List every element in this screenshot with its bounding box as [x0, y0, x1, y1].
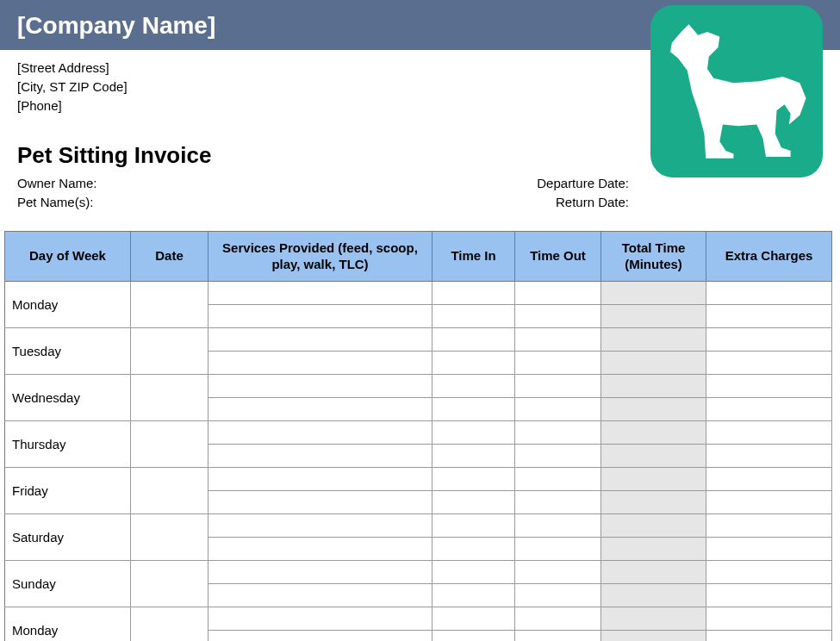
extra-charges-cell[interactable]: [706, 421, 832, 445]
extra-charges-cell[interactable]: [706, 398, 832, 421]
day-cell[interactable]: Tuesday: [5, 328, 131, 375]
total-time-cell[interactable]: [601, 584, 706, 607]
dog-icon: [659, 18, 814, 165]
extra-charges-cell[interactable]: [706, 631, 832, 641]
total-time-cell[interactable]: [601, 468, 706, 491]
extra-charges-cell[interactable]: [706, 468, 832, 491]
time-in-cell[interactable]: [432, 584, 515, 607]
time-in-cell[interactable]: [432, 398, 515, 421]
time-out-cell[interactable]: [515, 607, 601, 631]
time-in-cell[interactable]: [432, 421, 515, 445]
time-out-cell[interactable]: [515, 421, 601, 445]
extra-charges-cell[interactable]: [706, 561, 832, 584]
extra-charges-cell[interactable]: [706, 328, 832, 352]
services-cell[interactable]: [208, 607, 432, 631]
services-cell[interactable]: [208, 328, 432, 352]
time-in-cell[interactable]: [432, 538, 515, 561]
date-cell[interactable]: [131, 282, 208, 328]
services-cell[interactable]: [208, 282, 432, 305]
services-cell[interactable]: [208, 398, 432, 421]
day-cell[interactable]: Wednesday: [5, 375, 131, 421]
time-in-cell[interactable]: [432, 631, 515, 641]
time-in-cell[interactable]: [432, 282, 515, 305]
time-in-cell[interactable]: [432, 491, 515, 514]
time-in-cell[interactable]: [432, 352, 515, 375]
total-time-cell[interactable]: [601, 305, 706, 328]
time-in-cell[interactable]: [432, 445, 515, 468]
date-cell[interactable]: [131, 328, 208, 375]
time-in-cell[interactable]: [432, 514, 515, 538]
services-cell[interactable]: [208, 468, 432, 491]
day-cell[interactable]: Monday: [5, 282, 131, 328]
time-out-cell[interactable]: [515, 375, 601, 398]
services-cell[interactable]: [208, 514, 432, 538]
services-cell[interactable]: [208, 352, 432, 375]
services-cell[interactable]: [208, 561, 432, 584]
extra-charges-cell[interactable]: [706, 491, 832, 514]
time-in-cell[interactable]: [432, 305, 515, 328]
day-cell[interactable]: Saturday: [5, 514, 131, 561]
services-cell[interactable]: [208, 584, 432, 607]
total-time-cell[interactable]: [601, 561, 706, 584]
total-time-cell[interactable]: [601, 375, 706, 398]
services-cell[interactable]: [208, 421, 432, 445]
time-out-cell[interactable]: [515, 538, 601, 561]
day-cell[interactable]: Sunday: [5, 561, 131, 607]
extra-charges-cell[interactable]: [706, 514, 832, 538]
time-in-cell[interactable]: [432, 607, 515, 631]
total-time-cell[interactable]: [601, 607, 706, 631]
date-cell[interactable]: [131, 468, 208, 514]
services-cell[interactable]: [208, 538, 432, 561]
date-cell[interactable]: [131, 561, 208, 607]
time-out-cell[interactable]: [515, 584, 601, 607]
extra-charges-cell[interactable]: [706, 305, 832, 328]
total-time-cell[interactable]: [601, 538, 706, 561]
total-time-cell[interactable]: [601, 514, 706, 538]
time-out-cell[interactable]: [515, 514, 601, 538]
date-cell[interactable]: [131, 421, 208, 468]
time-out-cell[interactable]: [515, 445, 601, 468]
col-extra: Extra Charges: [706, 231, 832, 282]
time-in-cell[interactable]: [432, 561, 515, 584]
day-cell[interactable]: Monday: [5, 607, 131, 641]
total-time-cell[interactable]: [601, 398, 706, 421]
services-cell[interactable]: [208, 445, 432, 468]
return-date-label: Return Date:: [500, 193, 629, 212]
total-time-cell[interactable]: [601, 445, 706, 468]
time-in-cell[interactable]: [432, 375, 515, 398]
services-cell[interactable]: [208, 631, 432, 641]
date-cell[interactable]: [131, 514, 208, 561]
extra-charges-cell[interactable]: [706, 352, 832, 375]
total-time-cell[interactable]: [601, 491, 706, 514]
total-time-cell[interactable]: [601, 631, 706, 641]
extra-charges-cell[interactable]: [706, 445, 832, 468]
date-cell[interactable]: [131, 607, 208, 641]
total-time-cell[interactable]: [601, 282, 706, 305]
time-out-cell[interactable]: [515, 282, 601, 305]
time-in-cell[interactable]: [432, 328, 515, 352]
time-out-cell[interactable]: [515, 352, 601, 375]
time-out-cell[interactable]: [515, 305, 601, 328]
extra-charges-cell[interactable]: [706, 538, 832, 561]
time-out-cell[interactable]: [515, 398, 601, 421]
logo-box: [650, 5, 823, 177]
total-time-cell[interactable]: [601, 352, 706, 375]
day-cell[interactable]: Friday: [5, 468, 131, 514]
extra-charges-cell[interactable]: [706, 584, 832, 607]
extra-charges-cell[interactable]: [706, 607, 832, 631]
time-out-cell[interactable]: [515, 468, 601, 491]
services-cell[interactable]: [208, 375, 432, 398]
services-cell[interactable]: [208, 305, 432, 328]
date-cell[interactable]: [131, 375, 208, 421]
services-cell[interactable]: [208, 491, 432, 514]
extra-charges-cell[interactable]: [706, 375, 832, 398]
extra-charges-cell[interactable]: [706, 282, 832, 305]
time-out-cell[interactable]: [515, 631, 601, 641]
total-time-cell[interactable]: [601, 328, 706, 352]
total-time-cell[interactable]: [601, 421, 706, 445]
time-out-cell[interactable]: [515, 491, 601, 514]
time-out-cell[interactable]: [515, 561, 601, 584]
day-cell[interactable]: Thursday: [5, 421, 131, 468]
time-in-cell[interactable]: [432, 468, 515, 491]
time-out-cell[interactable]: [515, 328, 601, 352]
